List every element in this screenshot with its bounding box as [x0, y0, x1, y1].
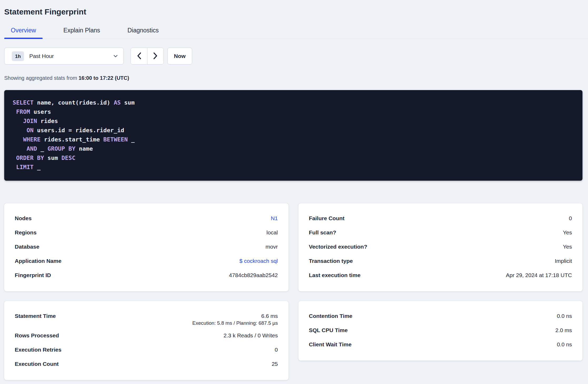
row-value: 2.0 ms [555, 327, 572, 333]
row-label: Regions [15, 229, 43, 236]
time-next-button[interactable] [147, 48, 163, 64]
sql-text: sum [44, 155, 61, 161]
detail-row: Fingerprint ID4784cb829aab2542 [15, 268, 278, 282]
row-label: Failure Count [309, 215, 351, 221]
row-value: 4784cb829aab2542 [229, 272, 278, 278]
row-value: Yes [563, 229, 572, 236]
detail-row: Failure Count0 [309, 211, 572, 225]
sql-keyword: ON [27, 127, 34, 134]
row-label: Contention Time [309, 313, 359, 319]
sql-keyword: WHERE [23, 136, 41, 143]
detail-row: Regionslocal [15, 225, 278, 240]
detail-row: Full scan?Yes [309, 225, 572, 240]
row-value: 25 [272, 361, 278, 367]
details-cards-row: NodesN1RegionslocalDatabasemovrApplicati… [4, 203, 582, 291]
detail-row: Transaction typeImplicit [309, 254, 572, 268]
sql-text [13, 109, 16, 115]
tab-overview[interactable]: Overview [4, 27, 43, 39]
sql-text [13, 155, 16, 161]
now-button[interactable]: Now [167, 48, 192, 65]
row-label: Full scan? [309, 229, 343, 236]
row-value: 0 [569, 215, 572, 221]
statement-stats-card: Statement Time6.6 msExecution: 5.8 ms / … [4, 301, 288, 380]
sql-text: rides.start_time [41, 136, 103, 143]
row-value: Apr 29, 2024 at 17:18 UTC [506, 272, 572, 278]
chevron-down-icon [113, 54, 118, 58]
aggregation-range-prefix: Showing aggregated stats from [4, 75, 78, 81]
sql-text [13, 164, 16, 170]
tab-diagnostics[interactable]: Diagnostics [121, 27, 165, 39]
row-value-link[interactable]: $ cockroach sql [240, 258, 278, 264]
time-controls: 1h Past Hour Now [4, 48, 582, 65]
detail-row: Rows Processed2.3 k Reads / 0 Writes [15, 328, 278, 343]
sql-text: sum [121, 99, 135, 106]
row-value-link[interactable]: N1 [271, 215, 278, 221]
row-label: Nodes [15, 215, 38, 221]
detail-row: SQL CPU Time2.0 ms [309, 323, 572, 337]
sql-text: rides [37, 118, 58, 124]
detail-row: Databasemovr [15, 240, 278, 254]
sql-keyword: LIMIT [16, 164, 33, 170]
detail-row: Client Wait Time0.0 ns [309, 337, 572, 352]
sql-text: _ [33, 164, 41, 170]
sql-text [13, 136, 23, 143]
row-label: Execution Retries [15, 347, 68, 353]
row-label: Transaction type [309, 258, 359, 264]
detail-row: Execution Retries0 [15, 343, 278, 357]
stats-cards-row: Statement Time6.6 msExecution: 5.8 ms / … [4, 301, 582, 380]
row-label: Rows Processed [15, 332, 65, 339]
sql-keyword: GROUP BY [47, 145, 75, 152]
row-value: movr [266, 244, 278, 250]
sql-keyword: BETWEEN [103, 136, 128, 143]
time-stats-card: Contention Time0.0 nsSQL CPU Time2.0 msC… [298, 301, 583, 361]
row-value: 6.6 ms [261, 313, 278, 319]
row-label: Execution Count [15, 361, 65, 367]
statement-details-card: NodesN1RegionslocalDatabasemovrApplicati… [4, 203, 288, 291]
sql-text: name [75, 145, 93, 152]
sql-text: users.id = rides.rider_id [33, 127, 124, 134]
sql-text: _ [37, 145, 48, 152]
detail-row: Last execution timeApr 29, 2024 at 17:18… [309, 268, 572, 282]
aggregation-range-text: Showing aggregated stats from 16:00 to 1… [4, 75, 584, 81]
detail-row: NodesN1 [15, 211, 278, 225]
tab-bar: Overview Explain Plans Diagnostics [4, 27, 588, 39]
time-prev-button[interactable] [131, 48, 147, 64]
detail-row: Application Name$ cockroach sql [15, 254, 278, 268]
row-value: 0.0 ns [557, 341, 572, 348]
detail-row: Execution Count25 [15, 357, 278, 371]
row-value: Yes [563, 244, 572, 250]
detail-row: Contention Time0.0 ns [309, 309, 572, 323]
sql-text: _ [128, 136, 135, 143]
row-label: Client Wait Time [309, 341, 358, 348]
tab-explain-plans[interactable]: Explain Plans [57, 27, 107, 39]
sql-keyword: FROM [16, 109, 30, 115]
row-value: Implicit [555, 258, 572, 264]
row-label: Application Name [15, 258, 68, 264]
row-label: Last execution time [309, 272, 367, 278]
sql-keyword: JOIN [23, 118, 37, 124]
sql-keyword: AS [114, 99, 121, 106]
time-interval-badge: 1h [12, 51, 24, 61]
row-value: 0.0 ns [557, 313, 572, 319]
row-label: SQL CPU Time [309, 327, 354, 333]
detail-row: Vectorized execution?Yes [309, 240, 572, 254]
row-label: Vectorized execution? [309, 244, 374, 250]
sql-keyword: DESC [61, 155, 75, 161]
row-value: 2.3 k Reads / 0 Writes [223, 332, 278, 339]
sql-text [13, 127, 27, 134]
time-range-select[interactable]: 1h Past Hour [4, 48, 124, 65]
row-value: 0 [275, 347, 278, 353]
sql-text: name, count(rides.id) [33, 99, 114, 106]
detail-row: Statement Time6.6 msExecution: 5.8 ms / … [15, 309, 278, 328]
sql-text: users [30, 109, 51, 115]
time-step-button-group [131, 48, 164, 65]
execution-details-card: Failure Count0Full scan?YesVectorized ex… [298, 203, 583, 291]
page-title: Statement Fingerprint [4, 7, 588, 16]
sql-statement: SELECT name, count(rides.id) AS sum FROM… [13, 98, 574, 172]
time-range-label: Past Hour [29, 53, 54, 59]
sql-keyword: AND [27, 145, 37, 152]
chevron-left-icon [137, 52, 141, 60]
sql-keyword: SELECT [13, 99, 33, 106]
sql-keyword: ORDER BY [16, 155, 44, 161]
sql-text [13, 118, 23, 124]
